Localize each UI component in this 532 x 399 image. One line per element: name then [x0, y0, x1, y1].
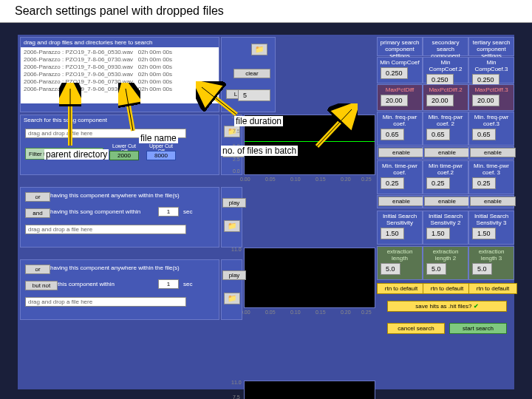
- this-within-label: this component within: [58, 281, 115, 287]
- drop-file-input-2[interactable]: drag and drop a file here: [25, 225, 186, 234]
- callout-file-name: file name: [139, 133, 178, 143]
- having-anywhere-label-2: having this component anywhere within th…: [50, 265, 180, 271]
- maxpctdiff-3: MaxPctDiff.320.00: [468, 84, 514, 111]
- within-sec-1[interactable]: 1: [158, 207, 179, 216]
- comp2-side: play 📁: [221, 187, 242, 248]
- freqpwr-1: Min. freq-pwr coef.0.65: [377, 112, 423, 146]
- initsens-1-val[interactable]: 1.50: [381, 228, 404, 239]
- rtn-default-1[interactable]: rtn to default: [377, 283, 426, 294]
- browse-comp3-button[interactable]: 📁: [224, 293, 240, 304]
- freqpwr-3-val[interactable]: 0.65: [472, 129, 496, 140]
- enable-1b[interactable]: enable: [377, 195, 423, 208]
- file-row: 2006-Parazzo : PZO19_7-8-06_0930.wav 02h…: [24, 64, 216, 71]
- graph-3: 11.0 7.5 5.0 2.5 0.0 0.00 0.05 0.10 0.15…: [244, 381, 375, 399]
- extraction-1: extraction length5.0: [377, 246, 423, 280]
- batch-count: 5: [238, 89, 270, 101]
- sec-label-2: sec: [183, 281, 192, 287]
- drop-header: drag and drop files and directories here…: [21, 38, 219, 47]
- drop-file-input-3[interactable]: drag and drop a file here: [25, 297, 186, 307]
- within-sec-2[interactable]: 1: [158, 279, 179, 289]
- upper-cutoff-value[interactable]: 8000: [146, 151, 176, 160]
- timepwr-2-val[interactable]: 0.25: [426, 177, 450, 189]
- lower-cutoff-value[interactable]: 2000: [109, 151, 139, 160]
- extraction-1-val[interactable]: 5.0: [381, 263, 400, 275]
- min-compcoef-1: Min CompCoef0.250: [377, 57, 423, 83]
- timepwr-1-val[interactable]: 0.25: [381, 177, 404, 189]
- timepwr-1: Min. time-pwr coef.0.25: [377, 160, 423, 194]
- timepwr-3-val[interactable]: 0.25: [472, 177, 496, 189]
- or-button-2[interactable]: or: [25, 265, 50, 274]
- arrow-icon: [196, 81, 240, 118]
- freqpwr-2: Min. freq-pwr coef. 20.65: [423, 112, 468, 146]
- extraction-2: extraction length 25.0: [423, 246, 468, 280]
- but-not-button[interactable]: but not: [25, 281, 58, 290]
- min-compcoef-3: Min CompCoef.30.250: [468, 57, 514, 83]
- play-comp2-button[interactable]: play: [222, 198, 246, 208]
- extraction-3-val[interactable]: 5.0: [472, 263, 492, 275]
- comp3-side: play 📁: [221, 259, 242, 320]
- component-2-pane: or having this component anywhere within…: [20, 187, 219, 248]
- svg-line-8: [317, 109, 352, 146]
- page-title: Search settings panel with dropped files: [0, 0, 532, 23]
- sec-label-1: sec: [183, 208, 192, 215]
- initsens-2-val[interactable]: 1.50: [426, 228, 450, 239]
- start-search-button[interactable]: start search: [449, 323, 507, 334]
- browse-comp2-button[interactable]: 📁: [224, 220, 240, 232]
- initsens-3: Initial Search Senstivity 31.50: [468, 211, 514, 245]
- enable-3b[interactable]: enable: [468, 195, 514, 208]
- freqpwr-1-val[interactable]: 0.65: [381, 129, 404, 140]
- file-row: 2006-Parazzo : PZO19_7-8-06_0730.wav 02h…: [24, 56, 216, 64]
- having-within-label: having this song component within: [50, 208, 140, 215]
- enable-2a[interactable]: enable: [423, 146, 468, 160]
- enable-1a[interactable]: enable: [377, 146, 423, 160]
- maxpctdiff-1: MaxPctDiff20.00: [377, 84, 423, 111]
- check-icon: ✔: [474, 303, 479, 310]
- svg-line-6: [202, 87, 236, 115]
- and-button[interactable]: and: [25, 208, 50, 218]
- maxpctdiff-3-val[interactable]: 20.00: [472, 95, 499, 106]
- save-hits-button[interactable]: save hits as .hit files? ✔: [387, 301, 507, 312]
- maxpctdiff-2-val[interactable]: 20.00: [426, 95, 454, 106]
- callout-file-duration: file duration: [234, 116, 283, 126]
- cancel-search-button[interactable]: cancel search: [387, 323, 445, 334]
- component-3-pane: or having this component anywhere within…: [20, 259, 219, 320]
- callout-parent-directory: parent directory: [44, 149, 109, 160]
- extraction-2-val[interactable]: 5.0: [426, 263, 446, 275]
- arrow-icon: [118, 83, 140, 134]
- col-hdr-2: secondary search component settings: [423, 37, 468, 56]
- file-row: 2006-Parazzo : PZO19_7-8-06_0530.wav 02h…: [24, 49, 216, 56]
- freqpwr-3: Min. freq-pwr coef.30.65: [468, 112, 514, 146]
- main-panel: drag and drop files and directories here…: [18, 35, 514, 389]
- initsens-2: Initial Search Senstivity 21.50: [423, 211, 468, 245]
- enable-3a[interactable]: enable: [468, 146, 514, 160]
- enable-2b[interactable]: enable: [423, 195, 468, 208]
- col-hdr-1: primary search component settings: [377, 37, 423, 56]
- maxpctdiff-2: MaxPctDiff.220.00: [423, 84, 468, 111]
- or-button-1[interactable]: or: [25, 192, 50, 202]
- play-comp3-button[interactable]: play: [222, 270, 246, 280]
- min-compcoef-2: Min CompCoef.20.250: [423, 57, 468, 83]
- timepwr-2: Min time-pwr coef.20.25: [423, 160, 468, 194]
- freqpwr-2-val[interactable]: 0.65: [426, 129, 450, 140]
- svg-line-4: [126, 89, 133, 131]
- rtn-default-3[interactable]: rtn to default: [468, 283, 517, 294]
- file-row: 2006-Parazzo : PZO19_7-9-06_0530.wav 02h…: [24, 71, 216, 78]
- arrow-icon: [313, 103, 358, 149]
- browse-folder-button[interactable]: 📁: [251, 44, 267, 55]
- rtn-default-2[interactable]: rtn to default: [423, 283, 471, 294]
- initsens-3-val[interactable]: 1.50: [472, 228, 496, 239]
- maxpctdiff-1-val[interactable]: 20.00: [381, 95, 408, 106]
- clear-button[interactable]: clear: [233, 69, 270, 78]
- timepwr-3: Min. time-pwr coef. 30.25: [468, 160, 514, 194]
- min-compcoef-1-val[interactable]: 0.250: [381, 67, 408, 79]
- arrow-icon: [59, 83, 81, 149]
- col-hdr-3: tertiary search component settings: [468, 37, 514, 56]
- graph-2: 11.0 7.5 5.0 2.5 0.0 0.00 0.05 0.10 0.15…: [244, 248, 375, 308]
- callout-no-files: no. of files in batch: [221, 146, 298, 156]
- extraction-3: extraction length 35.0: [468, 246, 514, 280]
- initsens-1: Initial Search Sensitivity1.50: [377, 211, 423, 245]
- having-anywhere-label: having this component anywhere within th…: [50, 192, 180, 199]
